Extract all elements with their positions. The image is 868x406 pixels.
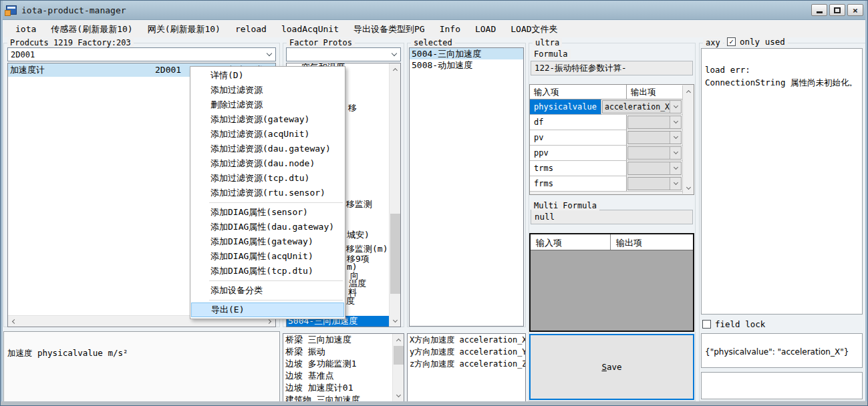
context-menu-item-add-filter-tcp-dtu[interactable]: 添加过滤资源(tcp.dtu): [190, 171, 345, 186]
context-menu-item-add-diag-gateway[interactable]: 添加DIAG属性(gateway): [190, 234, 345, 249]
grid-row[interactable]: physicalvalue acceleration_X: [530, 99, 682, 115]
list-item[interactable]: 边坡 加速度计01: [283, 382, 404, 394]
menu-export-device-type-pg[interactable]: 导出设备类型到PG: [347, 21, 432, 37]
factor-protos-combobox[interactable]: [286, 47, 401, 61]
menu-reload[interactable]: reload: [229, 22, 273, 36]
grid-cell-input[interactable]: df: [530, 115, 627, 130]
scroll-left-icon[interactable]: [12, 319, 17, 323]
empty-textbox[interactable]: [701, 372, 863, 399]
formula-textbox[interactable]: 122-振动特征参数计算-: [531, 61, 693, 75]
context-menu-item-add-diag-tcp-dtu[interactable]: 添加DIAG属性(tcp.dtu): [190, 264, 345, 278]
scroll-up-icon[interactable]: [390, 63, 401, 75]
factor-protos-vscrollbar[interactable]: [389, 63, 400, 327]
chevron-down-icon[interactable]: [263, 48, 275, 61]
scroll-thumb[interactable]: [390, 214, 400, 294]
grid-cell-input[interactable]: trms: [530, 161, 627, 176]
context-menu-item-add-filter-resource[interactable]: 添加过滤资源: [190, 83, 345, 97]
selected-list[interactable]: 5004-三向加速度 5008-动加速度: [409, 47, 524, 327]
chevron-down-icon[interactable]: [670, 132, 681, 144]
menu-gateway-refresh[interactable]: 网关(刷新最新10): [141, 21, 227, 37]
window-title: iota-product-manager: [21, 5, 126, 15]
close-button[interactable]: ×: [847, 4, 863, 16]
grid-output-combobox[interactable]: [627, 116, 682, 129]
grid-vscrollbar[interactable]: [682, 85, 694, 194]
json-value: {"physicalvalue": "acceleration_X"}: [705, 347, 849, 357]
grid-cell-input[interactable]: frms: [530, 176, 627, 191]
chevron-down-icon[interactable]: [388, 48, 400, 61]
chevron-down-icon[interactable]: [670, 162, 681, 174]
list-item[interactable]: 边坡 多功能监测1: [283, 358, 404, 370]
list-item[interactable]: 5008-动加速度: [410, 59, 523, 71]
grid-row[interactable]: pv: [530, 130, 682, 146]
chevron-down-icon[interactable]: [670, 101, 681, 113]
grid-row[interactable]: frms: [530, 176, 682, 192]
log-textarea[interactable]: load err: ConnectionString 属性尚未初始化。: [701, 48, 863, 315]
list-item[interactable]: X方向加速度 acceleration_X g: [408, 334, 525, 346]
context-menu-item-add-filter-rtu-sensor[interactable]: 添加过滤资源(rtu.sensor): [190, 186, 345, 200]
context-menu-item-add-filter-dau-gateway[interactable]: 添加过滤资源(dau.gateway): [190, 142, 345, 156]
grid-output-combobox[interactable]: [627, 177, 682, 190]
context-menu-item-add-filter-acqunit[interactable]: 添加过滤资源(acqUnit): [190, 127, 345, 142]
only-used-checkbox[interactable]: ✓: [727, 37, 736, 46]
chevron-down-icon[interactable]: [670, 147, 681, 159]
menu-iota[interactable]: iota: [9, 22, 43, 36]
menu-load-folder[interactable]: LOAD文件夹: [504, 21, 564, 37]
context-menu-item-add-filter-gateway[interactable]: 添加过滤资源(gateway): [190, 112, 345, 127]
list-item[interactable]: y方向加速度 acceleration_Y g: [408, 346, 525, 358]
grid-row[interactable]: df: [530, 115, 682, 130]
grid-output-combobox[interactable]: [627, 131, 682, 144]
factor-usage-vscrollbar[interactable]: [392, 334, 404, 401]
factor-usage-list[interactable]: 桥梁 三向加速度 桥梁 振动 边坡 多功能监测1 边坡 基准点 边坡 加速度计0…: [283, 333, 404, 402]
scroll-down-icon[interactable]: [393, 390, 404, 401]
list-item[interactable]: 边坡 基准点: [283, 370, 404, 382]
list-item[interactable]: 桥梁 振动: [283, 346, 404, 358]
context-menu-item-add-diag-acqunit[interactable]: 添加DIAG属性(acqUnit): [190, 249, 345, 264]
json-textbox[interactable]: {"physicalvalue": "acceleration_X"}: [701, 333, 863, 368]
context-menu-item-add-filter-dau-node[interactable]: 添加过滤资源(dau.node): [190, 156, 345, 171]
grid-cell-input[interactable]: ppv: [530, 146, 627, 160]
maximize-button[interactable]: [829, 4, 845, 16]
scroll-down-icon[interactable]: [390, 315, 401, 327]
scroll-up-icon[interactable]: [683, 85, 694, 97]
menu-info[interactable]: Info: [433, 22, 467, 36]
field-lock-label: field lock: [715, 319, 765, 329]
grid-cell-input-selected[interactable]: physicalvalue: [530, 99, 601, 114]
context-menu-item-export[interactable]: 导出(E): [191, 302, 344, 317]
grid-cell-input[interactable]: pv: [530, 130, 627, 145]
window-frame-left: [1, 1, 3, 405]
chevron-down-icon[interactable]: [670, 178, 681, 190]
save-button[interactable]: Save: [529, 334, 694, 400]
context-menu-item-add-diag-sensor[interactable]: 添加DIAG属性(sensor): [190, 205, 345, 220]
scroll-right-icon[interactable]: [267, 319, 271, 323]
occluded-list-item-fragment: 城安): [347, 229, 370, 241]
menu-load[interactable]: LOAD: [468, 22, 502, 36]
context-menu-item-delete-filter-resource[interactable]: 删除过滤资源: [190, 97, 345, 112]
scroll-down-icon[interactable]: [683, 182, 694, 194]
minimize-button[interactable]: [811, 4, 827, 16]
menu-separator: [209, 300, 343, 300]
multi-formula-textbox[interactable]: null: [531, 210, 693, 224]
products-combobox[interactable]: 2D001: [7, 47, 276, 61]
scroll-up-icon[interactable]: [393, 334, 404, 345]
product-name: 加速度计: [10, 65, 45, 75]
list-item[interactable]: 桥梁 三向加速度: [283, 334, 404, 346]
list-item-selected[interactable]: 5004-三向加速度: [410, 48, 523, 59]
scroll-thumb[interactable]: [394, 346, 404, 365]
title-bar[interactable]: iota-product-manager ×: [1, 1, 868, 20]
chevron-down-icon[interactable]: [670, 116, 681, 128]
grid-row[interactable]: trms: [530, 161, 682, 176]
menu-sensor-refresh[interactable]: 传感器(刷新最新10): [44, 21, 139, 37]
grid-output-combobox[interactable]: [627, 146, 682, 160]
grid-output-combobox[interactable]: [627, 162, 682, 175]
field-lock-checkbox[interactable]: [702, 320, 711, 329]
app-window: iota-product-manager × iota 传感器(刷新最新10) …: [0, 0, 868, 406]
selected-fields-list[interactable]: X方向加速度 acceleration_X g y方向加速度 accelerat…: [407, 333, 526, 402]
grid-output-combobox[interactable]: acceleration_X: [602, 100, 682, 114]
menu-load-acq-unit[interactable]: loadAcqUnit: [275, 22, 345, 36]
ultra-group-label: ultra: [533, 38, 562, 47]
list-item[interactable]: z方向加速度 acceleration_Z g: [408, 358, 525, 370]
grid-row[interactable]: ppv: [530, 146, 682, 161]
context-menu-item-add-diag-dau-gateway[interactable]: 添加DIAG属性(dau.gateway): [190, 220, 345, 234]
context-menu-item-add-device-category[interactable]: 添加设备分类: [190, 283, 345, 298]
context-menu-item-details[interactable]: 详情(D): [190, 68, 345, 83]
